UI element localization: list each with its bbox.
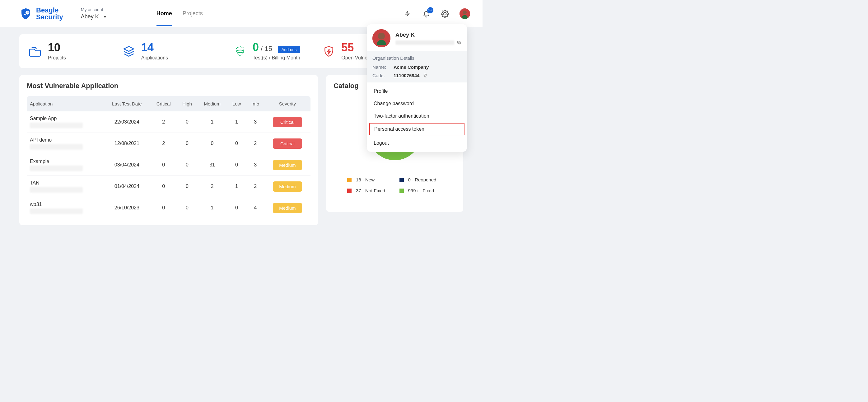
- legend-item: 999+ - Fixed: [400, 188, 442, 193]
- col-critical: Critical: [150, 96, 177, 112]
- app-name: TAN: [30, 180, 100, 186]
- stat-projects[interactable]: 10 Projects: [29, 42, 66, 61]
- header-actions: 9+: [404, 8, 470, 19]
- legend-text: 18 - New: [356, 177, 375, 182]
- stat-tests-value: 0: [253, 42, 259, 53]
- tab-projects[interactable]: Projects: [183, 1, 203, 26]
- col-severity: Severity: [265, 96, 310, 112]
- brand-logo[interactable]: Beagle Security: [19, 7, 63, 21]
- stat-projects-label: Projects: [48, 55, 66, 61]
- stat-applications-value: 14: [141, 42, 168, 53]
- menu-profile[interactable]: Profile: [367, 85, 467, 97]
- col-application: Application: [27, 96, 103, 112]
- col-high: High: [177, 96, 197, 112]
- legend-text: 37 - Not Fixed: [356, 188, 385, 193]
- lightning-icon[interactable]: [404, 10, 412, 18]
- app-subtitle-redacted: [30, 187, 83, 193]
- bell-icon[interactable]: 9+: [422, 10, 430, 18]
- notification-badge: 9+: [427, 7, 433, 13]
- profile-avatar: [372, 29, 391, 47]
- user-avatar[interactable]: [460, 8, 470, 19]
- cell-critical: 2: [150, 112, 177, 133]
- stat-tests[interactable]: 0 / 15 Add-ons Test(s) / Billing Month: [233, 42, 300, 61]
- table-row[interactable]: Sample App22/03/202420113Critical: [27, 112, 310, 133]
- cell-low: 0: [227, 133, 246, 154]
- table-row[interactable]: wp3126/10/202300104Medium: [27, 197, 310, 219]
- cell-info: 3: [246, 154, 264, 176]
- cell-critical: 0: [150, 176, 177, 197]
- profile-dropdown: Abey K Organisation Details Name: Acme C…: [367, 24, 467, 152]
- stat-tests-total: / 15: [261, 45, 272, 53]
- app-subtitle-redacted: [30, 144, 83, 150]
- menu-personal-access-token[interactable]: Personal access token: [369, 123, 464, 135]
- legend-text: 999+ - Fixed: [408, 188, 434, 193]
- cell-medium: 1: [197, 112, 227, 133]
- org-code-value: 1110076944: [394, 73, 420, 78]
- cell-info: 2: [246, 133, 264, 154]
- chevron-down-icon: ▼: [103, 15, 107, 19]
- divider: [72, 7, 72, 20]
- col-medium: Medium: [197, 96, 227, 112]
- app-name: Example: [30, 159, 100, 164]
- cell-info: 4: [246, 197, 264, 219]
- stat-projects-value: 10: [48, 42, 66, 53]
- brand-text: Beagle Security: [36, 7, 63, 21]
- svg-rect-9: [458, 41, 460, 43]
- stat-applications[interactable]: 14 Applications: [122, 42, 168, 61]
- catalog-legend: 18 - New0 - Reopened37 - Not Fixed999+ -…: [334, 177, 456, 193]
- legend-swatch: [400, 189, 404, 193]
- org-name-value: Acme Company: [394, 64, 429, 70]
- copy-email-icon[interactable]: [457, 40, 461, 45]
- cell-high: 0: [177, 133, 197, 154]
- account-switcher[interactable]: My account Abey K ▼: [81, 7, 107, 20]
- most-vulnerable-panel: Most Vulnerable Application Application …: [19, 75, 318, 225]
- table-row[interactable]: TAN01/04/202400212Medium: [27, 176, 310, 197]
- tab-home[interactable]: Home: [156, 1, 172, 26]
- legend-item: 18 - New: [347, 177, 390, 182]
- svg-point-5: [237, 50, 244, 52]
- gear-icon[interactable]: [441, 10, 449, 18]
- severity-chip: Medium: [273, 160, 302, 170]
- svg-point-7: [378, 33, 385, 39]
- col-info: Info: [246, 96, 264, 112]
- copy-code-icon[interactable]: [423, 73, 428, 78]
- app-name: wp31: [30, 202, 100, 207]
- menu-two-factor[interactable]: Two-factor authentication: [367, 110, 467, 122]
- cell-low: 1: [227, 112, 246, 133]
- menu-logout[interactable]: Logout: [367, 137, 467, 149]
- addons-button[interactable]: Add-ons: [278, 46, 300, 53]
- table-row[interactable]: API demo12/08/202120002Critical: [27, 133, 310, 154]
- panel-title: Most Vulnerable Application: [27, 82, 310, 90]
- cell-low: 1: [227, 176, 246, 197]
- svg-rect-10: [425, 75, 427, 77]
- cell-medium: 2: [197, 176, 227, 197]
- legend-text: 0 - Reopened: [408, 177, 436, 182]
- severity-chip: Critical: [273, 138, 302, 149]
- stat-applications-label: Applications: [141, 55, 168, 61]
- cell-info: 2: [246, 176, 264, 197]
- stat-tests-label: Test(s) / Billing Month: [253, 55, 300, 61]
- svg-point-0: [26, 10, 29, 14]
- cell-medium: 0: [197, 133, 227, 154]
- cell-high: 0: [177, 197, 197, 219]
- profile-username: Abey K: [396, 32, 461, 38]
- shield-scan-icon: [233, 44, 247, 58]
- shield-bolt-icon: [322, 44, 336, 58]
- cell-critical: 0: [150, 197, 177, 219]
- shield-dog-icon: [19, 7, 32, 20]
- cell-medium: 31: [197, 154, 227, 176]
- org-code-label: Code:: [372, 73, 390, 78]
- legend-swatch: [347, 178, 351, 182]
- legend-item: 0 - Reopened: [400, 177, 442, 182]
- account-label: My account: [81, 7, 107, 12]
- org-name-label: Name:: [372, 64, 390, 70]
- main-nav: Home Projects: [156, 1, 203, 26]
- table-row[interactable]: Example03/04/2024003103Medium: [27, 154, 310, 176]
- cell-critical: 0: [150, 154, 177, 176]
- menu-change-password[interactable]: Change password: [367, 97, 467, 110]
- account-name: Abey K: [81, 13, 99, 20]
- cell-info: 3: [246, 112, 264, 133]
- org-details: Organisation Details Name: Acme Company …: [367, 51, 467, 83]
- folder-icon: [29, 44, 42, 58]
- legend-swatch: [400, 178, 404, 182]
